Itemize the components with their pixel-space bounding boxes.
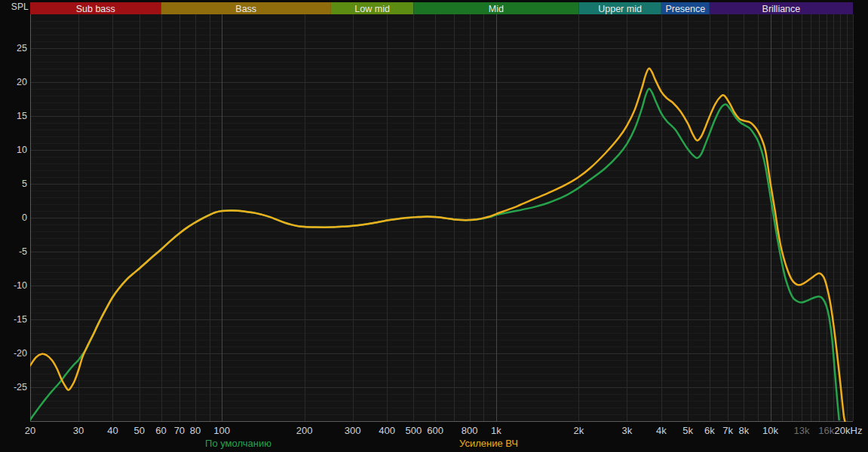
x-tick-label: 8k [738, 425, 749, 436]
x-tick-label: 4k [656, 425, 667, 436]
y-tick-label: 15 [17, 111, 27, 121]
x-tick-label: 500 [406, 425, 422, 436]
x-tick-label: 80 [190, 425, 201, 436]
band-label: Sub bass [76, 4, 115, 14]
y-tick-label: 20 [17, 77, 27, 87]
x-tick-label: 20 [25, 425, 35, 436]
frequency-bands: Sub bassBassLow midMidUpper midPresenceB… [30, 2, 853, 14]
spl-chart-canvas: 2520151050-5-10-15-20-252030405060708010… [0, 0, 868, 452]
band-label: Low mid [354, 4, 390, 14]
x-tick-label: 100 [213, 425, 230, 436]
x-axis-tick-labels: 203040506070801002003004005006008001k2k3… [25, 425, 863, 436]
band-label: Upper mid [598, 4, 642, 14]
legend-item-default[interactable]: По умолчанию [205, 438, 271, 449]
y-tick-label: 25 [17, 43, 27, 53]
x-tick-label: 3k [622, 425, 633, 436]
x-tick-label: 20kHz [835, 425, 863, 436]
y-axis-title: SPL [0, 2, 29, 12]
x-tick-label: 5k [682, 425, 693, 436]
x-tick-label: 6k [704, 425, 715, 436]
x-tick-label: 600 [427, 425, 443, 436]
band-label: Presence [665, 4, 705, 14]
legend-item-treble-boost[interactable]: Усиление ВЧ [459, 438, 518, 449]
x-tick-label: 800 [462, 425, 478, 436]
x-tick-label: 300 [345, 425, 361, 436]
x-tick-label: 200 [296, 425, 313, 436]
x-tick-label: 13k [793, 425, 809, 436]
x-tick-label: 40 [107, 425, 118, 436]
frequency-response-chart: 2520151050-5-10-15-20-252030405060708010… [0, 0, 868, 452]
x-tick-label: 1k [491, 425, 501, 436]
x-tick-label: 60 [155, 425, 166, 436]
x-tick-label: 50 [133, 425, 144, 436]
y-tick-label: 5 [22, 179, 27, 189]
y-tick-label: 10 [17, 145, 27, 155]
band-label: Mid [489, 4, 504, 14]
y-tick-label: -10 [14, 280, 27, 291]
y-tick-label: -15 [14, 314, 27, 325]
x-tick-label: 400 [379, 425, 395, 436]
y-tick-label: -20 [14, 348, 27, 359]
y-tick-label: -25 [14, 382, 27, 392]
x-tick-label: 16k [818, 425, 834, 436]
band-label: Bass [235, 4, 256, 14]
x-tick-label: 70 [174, 425, 185, 436]
x-tick-label: 10k [762, 425, 778, 436]
y-tick-label: -5 [19, 246, 27, 257]
x-tick-label: 7k [722, 425, 733, 436]
x-tick-label: 30 [73, 425, 84, 436]
x-tick-label: 2k [573, 425, 584, 436]
y-axis-tick-labels: 2520151050-5-10-15-20-25 [14, 43, 27, 392]
y-tick-label: 0 [22, 212, 27, 223]
band-label: Brilliance [762, 4, 801, 14]
